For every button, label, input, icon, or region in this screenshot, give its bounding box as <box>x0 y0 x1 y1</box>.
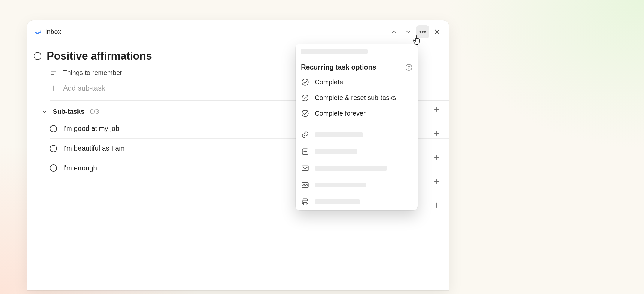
menu-item-label: Complete forever <box>315 110 366 117</box>
subtasks-count: 0/3 <box>90 108 99 116</box>
menu-separator <box>296 58 418 58</box>
svg-rect-27 <box>303 199 307 201</box>
svg-point-1 <box>422 31 423 32</box>
titlebar: Inbox <box>27 20 449 43</box>
subtask-checkbox[interactable] <box>50 125 57 132</box>
placeholder-bar <box>301 49 368 54</box>
menu-item-complete-forever[interactable]: Complete forever <box>296 106 418 121</box>
placeholder-bar <box>315 149 357 154</box>
prev-task-button[interactable] <box>387 25 400 38</box>
menu-item-complete-reset[interactable]: Complete & reset sub-tasks <box>296 90 418 106</box>
help-icon[interactable]: ? <box>406 64 412 71</box>
menu-item-print[interactable] <box>296 194 418 210</box>
breadcrumb-inbox[interactable]: Inbox <box>45 28 61 36</box>
menu-item-link[interactable] <box>296 126 418 143</box>
svg-point-20 <box>302 79 308 86</box>
task-title[interactable]: Positive affirmations <box>47 50 152 62</box>
placeholder-bar <box>315 183 366 188</box>
menu-separator <box>296 124 418 124</box>
subtasks-label: Sub-tasks <box>53 108 84 116</box>
right-actions-strip <box>424 43 449 290</box>
more-options-menu: Recurring task options ? Complete Comple… <box>296 44 418 210</box>
subtask-checkbox[interactable] <box>50 145 57 152</box>
subtask-label: I'm enough <box>63 164 97 172</box>
menu-item-activity[interactable] <box>296 177 418 194</box>
add-action-button[interactable] <box>431 175 443 187</box>
task-description: Things to remember <box>63 69 122 77</box>
task-complete-checkbox[interactable] <box>34 52 41 60</box>
add-action-button[interactable] <box>431 127 443 139</box>
close-button[interactable] <box>430 25 444 38</box>
inbox-icon <box>34 28 41 36</box>
menu-placeholder-top <box>296 44 418 56</box>
add-subtask-label: Add sub-task <box>63 84 105 92</box>
placeholder-bar <box>315 132 363 137</box>
next-task-button[interactable] <box>402 25 415 38</box>
placeholder-bar <box>315 200 360 204</box>
menu-item-label: Complete & reset sub-tasks <box>315 94 396 102</box>
svg-rect-28 <box>303 202 307 205</box>
svg-point-21 <box>302 110 308 117</box>
svg-point-0 <box>420 31 421 32</box>
menu-section-title-row: Recurring task options ? <box>296 61 418 74</box>
menu-item-duplicate[interactable] <box>296 143 418 160</box>
chevron-down-icon <box>41 108 48 115</box>
subtask-label: I'm good at my job <box>63 124 119 133</box>
menu-item-complete[interactable]: Complete <box>296 74 418 90</box>
menu-section-title: Recurring task options <box>301 63 376 71</box>
more-options-button[interactable] <box>416 25 429 38</box>
add-action-button[interactable] <box>431 103 443 115</box>
subtask-label: I'm beautiful as I am <box>63 144 125 152</box>
notes-icon <box>50 69 57 76</box>
menu-item-email[interactable] <box>296 160 418 177</box>
add-action-button[interactable] <box>431 199 443 211</box>
placeholder-bar <box>315 166 387 171</box>
add-action-button[interactable] <box>431 151 443 163</box>
menu-item-label: Complete <box>315 78 343 86</box>
subtask-checkbox[interactable] <box>50 164 57 172</box>
plus-icon <box>50 85 57 92</box>
svg-point-2 <box>424 31 425 32</box>
